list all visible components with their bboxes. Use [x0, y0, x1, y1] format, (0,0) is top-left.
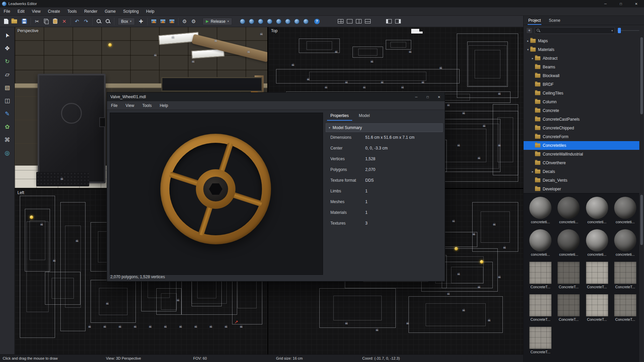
- material-thumbnail[interactable]: ConcreteT...: [611, 294, 639, 327]
- entity-skull-icon[interactable]: ☠: [462, 308, 466, 312]
- open-folder-button[interactable]: [11, 17, 20, 26]
- undo-button[interactable]: ↶: [72, 17, 82, 26]
- globe-button[interactable]: [256, 17, 265, 26]
- material-thumbnail[interactable]: ConcreteT...: [554, 294, 583, 327]
- entity-skull-icon[interactable]: ☠: [192, 59, 195, 64]
- entity-skull-icon[interactable]: ☠: [214, 39, 218, 43]
- tab-project[interactable]: Project: [528, 16, 541, 25]
- entity-skull-icon[interactable]: ☠: [439, 66, 442, 70]
- material-thumbnail[interactable]: ConcreteT...: [554, 262, 583, 294]
- tree-item-concreteform[interactable]: ConcreteForm: [524, 132, 639, 141]
- tree-item-abstract[interactable]: ▸Abstract: [524, 54, 639, 63]
- material-thumbnail[interactable]: ConcreteT...: [526, 294, 554, 327]
- tree-item-concretewallindustrial[interactable]: ConcreteWallIndustrial: [524, 150, 639, 159]
- tree-item-blockwall[interactable]: Blockwall: [524, 71, 639, 80]
- menu-render[interactable]: Render: [80, 8, 101, 15]
- save-button[interactable]: [20, 17, 29, 26]
- expander-collapsed-icon[interactable]: ▸: [530, 170, 535, 173]
- material-thumbnail[interactable]: concreteti...: [554, 229, 583, 262]
- model-tool-button[interactable]: ◫: [2, 96, 12, 105]
- minimize-button[interactable]: ─: [598, 0, 613, 7]
- slider-thumb[interactable]: [618, 28, 621, 33]
- light-entity-icon[interactable]: [480, 260, 483, 263]
- menu-create[interactable]: Create: [44, 8, 64, 15]
- thumbnail-scrollbar-thumb[interactable]: [640, 195, 643, 245]
- entity-skull-icon[interactable]: ☠: [118, 324, 122, 329]
- entity-skull-icon[interactable]: ☠: [40, 222, 43, 227]
- entity-skull-icon[interactable]: ☠: [482, 124, 486, 128]
- light-entity-icon[interactable]: [30, 216, 33, 219]
- model-preview-viewport[interactable]: [110, 113, 323, 275]
- tree-item-concretechipped[interactable]: ConcreteChipped: [524, 124, 639, 132]
- menu-file[interactable]: File: [0, 8, 14, 15]
- face-tool-button[interactable]: ▱: [2, 70, 12, 79]
- globe-button[interactable]: [238, 17, 247, 26]
- material-thumbnail[interactable]: concreteti...: [526, 229, 554, 262]
- globe-button[interactable]: [274, 17, 283, 26]
- model-menu-file[interactable]: File: [107, 102, 121, 109]
- maximize-button[interactable]: □: [613, 0, 629, 7]
- tree-item-converthere[interactable]: COnverthere: [524, 159, 639, 167]
- menu-edit[interactable]: Edit: [14, 8, 28, 15]
- entity-skull-icon[interactable]: ☠: [498, 92, 501, 96]
- entity-skull-icon[interactable]: ☠: [176, 298, 180, 302]
- model-menu-help[interactable]: Help: [156, 102, 172, 109]
- material-thumbnail[interactable]: ConcreteT...: [526, 262, 554, 294]
- model-menu-tools[interactable]: Tools: [138, 102, 156, 109]
- entity-skull-icon[interactable]: ☠: [103, 324, 107, 329]
- move-tool-button[interactable]: ✥: [2, 44, 12, 53]
- entity-skull-icon[interactable]: ☠: [409, 50, 412, 54]
- terrain-heightmap-button[interactable]: [149, 17, 158, 26]
- tree-item-brdf[interactable]: BRDF: [524, 80, 639, 89]
- material-thumbnail[interactable]: concreteti...: [611, 197, 639, 229]
- entity-skull-icon[interactable]: ☠: [406, 321, 409, 325]
- redo-button[interactable]: ↷: [82, 17, 91, 26]
- hierarchy-tool-button[interactable]: ⌘: [2, 135, 12, 144]
- terrain-sculpt-button[interactable]: [167, 17, 176, 26]
- globe-button[interactable]: [247, 17, 256, 26]
- entity-skull-icon[interactable]: ☠: [421, 80, 425, 84]
- entity-skull-icon[interactable]: ☠: [106, 301, 109, 306]
- material-thumbnail[interactable]: concreteti...: [526, 197, 554, 229]
- entity-skull-icon[interactable]: ☠: [224, 324, 228, 329]
- tree-item-developer[interactable]: Developer: [524, 185, 639, 193]
- select-tool-button[interactable]: ➤: [2, 31, 12, 40]
- entity-skull-icon[interactable]: ☠: [307, 77, 310, 81]
- tree-item-decals[interactable]: ▸Decals: [524, 167, 639, 176]
- paint-tool-button[interactable]: ✎: [2, 109, 12, 118]
- help-button[interactable]: [312, 17, 321, 26]
- entity-skull-icon[interactable]: ☠: [457, 272, 460, 276]
- model-window-minimize-button[interactable]: ─: [411, 93, 422, 101]
- entity-skull-icon[interactable]: ☠: [493, 222, 496, 227]
- zoom-in-button[interactable]: [94, 17, 103, 26]
- material-thumbnail[interactable]: concreteti...: [583, 197, 611, 229]
- close-button[interactable]: ✕: [629, 0, 644, 7]
- entity-skull-icon[interactable]: ☠: [149, 324, 152, 329]
- entity-skull-icon[interactable]: ☠: [324, 85, 328, 89]
- entity-skull-icon[interactable]: ☠: [345, 321, 348, 325]
- tree-item-materials[interactable]: ▾Materials: [524, 45, 639, 54]
- tab-properties[interactable]: Properties: [327, 111, 352, 121]
- entity-skull-icon[interactable]: ☠: [335, 50, 338, 54]
- light-entity-icon[interactable]: [108, 43, 112, 47]
- entity-skull-icon[interactable]: ☠: [462, 111, 466, 115]
- globe-button[interactable]: [265, 17, 274, 26]
- entity-skull-icon[interactable]: ☠: [291, 63, 294, 67]
- chevron-down-icon[interactable]: ▾: [611, 29, 613, 32]
- entity-skull-icon[interactable]: ☠: [247, 50, 251, 54]
- entity-skull-icon[interactable]: ☠: [447, 292, 450, 296]
- layout-single-button[interactable]: [345, 17, 354, 26]
- search-button[interactable]: [103, 17, 112, 26]
- entity-skull-icon[interactable]: ☠: [171, 35, 175, 40]
- entity-skull-icon[interactable]: ☠: [53, 258, 56, 263]
- csg-brush-tool-button[interactable]: ▧: [2, 83, 12, 92]
- entity-skull-icon[interactable]: ☠: [477, 156, 481, 160]
- entity-skull-icon[interactable]: ☠: [401, 85, 404, 89]
- entity-skull-icon[interactable]: ☠: [503, 245, 506, 250]
- terrain-paint-button[interactable]: [158, 17, 167, 26]
- entity-skull-icon[interactable]: ☠: [380, 80, 384, 84]
- entity-skull-icon[interactable]: ☠: [60, 177, 64, 181]
- tree-item-beams[interactable]: Beams: [524, 63, 639, 71]
- globe-button[interactable]: [283, 17, 292, 26]
- entity-skull-icon[interactable]: ☠: [472, 232, 476, 236]
